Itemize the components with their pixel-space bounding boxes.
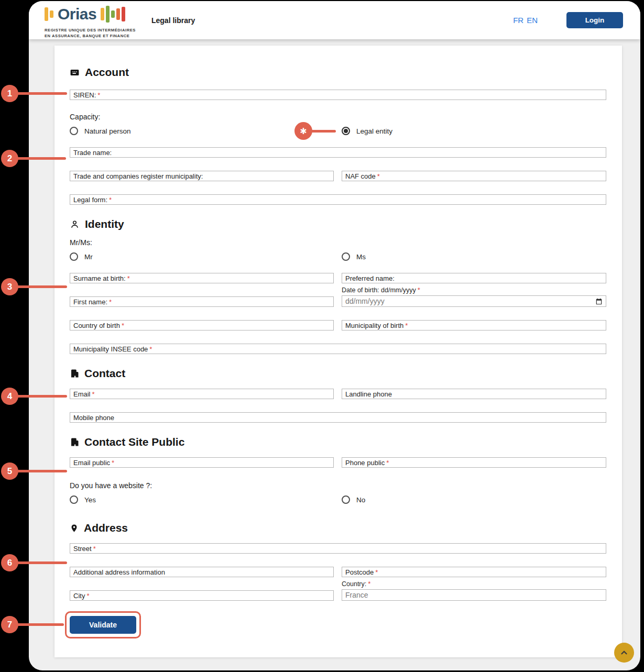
legal-entity-radio[interactable] bbox=[342, 127, 350, 135]
website-yes-label: Yes bbox=[84, 496, 96, 504]
section-contact-site-public: Contact Site Public bbox=[70, 435, 606, 449]
ms-radio[interactable] bbox=[342, 252, 350, 261]
radio-option-legal-entity[interactable]: Legal entity bbox=[342, 127, 606, 135]
register-municipality-input[interactable]: Trade and companies register municipalit… bbox=[70, 171, 334, 181]
required-asterisk: * bbox=[377, 172, 380, 180]
annotation-marker-4: 4 bbox=[1, 388, 18, 405]
mobile-phone-label: Mobile phone bbox=[73, 414, 114, 422]
capacity-label: Capacity: bbox=[70, 113, 606, 121]
validate-button[interactable]: Validate bbox=[70, 616, 136, 634]
required-asterisk: * bbox=[405, 322, 408, 329]
website-no-radio[interactable] bbox=[342, 495, 350, 504]
section-identity: Identity bbox=[70, 217, 606, 231]
postcode-label: Postcode bbox=[345, 568, 374, 576]
dob-placeholder: dd/mm/yyyy bbox=[345, 297, 385, 305]
dob-input[interactable]: dd/mm/yyyy bbox=[342, 295, 606, 307]
chevron-up-icon bbox=[619, 648, 629, 657]
landline-phone-label: Landline phone bbox=[345, 390, 392, 398]
city-label: City bbox=[73, 592, 85, 600]
email-label: Email bbox=[73, 390, 91, 398]
section-identity-title: Identity bbox=[85, 218, 124, 230]
section-contact: Contact bbox=[70, 367, 606, 380]
natural-person-label: Natural person bbox=[84, 127, 131, 135]
additional-address-input[interactable]: Additional address information bbox=[70, 567, 334, 577]
annotation-marker-3: 3 bbox=[1, 278, 18, 295]
country-value: France bbox=[345, 591, 368, 599]
annotation-asterisk-line bbox=[311, 130, 336, 133]
additional-address-label: Additional address information bbox=[73, 568, 165, 576]
trade-name-label: Trade name: bbox=[73, 149, 112, 157]
annotation-line-5 bbox=[15, 470, 67, 472]
street-input[interactable]: Street * bbox=[70, 543, 606, 554]
first-name-input[interactable]: First name: * bbox=[70, 296, 334, 307]
legal-form-input[interactable]: Legal form: * bbox=[70, 194, 606, 205]
lang-en-link[interactable]: EN bbox=[527, 16, 538, 25]
natural-person-radio[interactable] bbox=[70, 127, 78, 135]
building-icon bbox=[70, 437, 79, 447]
phone-public-input[interactable]: Phone public * bbox=[342, 457, 606, 468]
country-of-birth-input[interactable]: Country of birth * bbox=[70, 320, 334, 331]
calendar-icon[interactable] bbox=[595, 298, 603, 305]
landline-phone-input[interactable]: Landline phone bbox=[342, 389, 606, 399]
street-label: Street bbox=[73, 545, 92, 553]
logo-bar-icon bbox=[101, 8, 104, 20]
mr-ms-label: Mr/Ms: bbox=[70, 238, 606, 247]
annotation-line-1 bbox=[15, 92, 67, 95]
legal-form-label: Legal form: bbox=[73, 196, 107, 204]
email-public-input[interactable]: Email public * bbox=[70, 457, 334, 468]
surname-label: Surname at birth: bbox=[73, 274, 126, 282]
page-header: Orias REGISTRE UNIQUE DES INTERMÉDIAIRES… bbox=[29, 1, 640, 39]
screenshot-stage: Orias REGISTRE UNIQUE DES INTERMÉDIAIRES… bbox=[0, 0, 644, 672]
radio-option-yes[interactable]: Yes bbox=[70, 495, 334, 504]
naf-code-input[interactable]: NAF code * bbox=[342, 171, 606, 181]
dob-label: Date of birth: dd/mm/yyyy* bbox=[342, 286, 606, 294]
section-account-title: Account bbox=[85, 66, 129, 79]
logo-bar-icon bbox=[45, 7, 48, 21]
required-asterisk: * bbox=[418, 286, 420, 294]
ms-label: Ms bbox=[356, 253, 366, 261]
lang-fr-link[interactable]: FR bbox=[513, 16, 523, 25]
preferred-name-input[interactable]: Preferred name: bbox=[342, 273, 606, 283]
section-address-title: Address bbox=[84, 522, 128, 534]
country-input[interactable]: France bbox=[342, 589, 606, 601]
logo-tagline-line2: EN ASSURANCE, BANQUE ET FINANCE bbox=[45, 33, 136, 39]
annotation-line-2 bbox=[15, 157, 66, 160]
section-contact-title: Contact bbox=[84, 367, 125, 380]
radio-option-mr[interactable]: Mr bbox=[70, 252, 334, 261]
mr-radio[interactable] bbox=[70, 252, 78, 261]
siren-input[interactable]: SIREN: * bbox=[70, 90, 606, 100]
annotation-marker-6: 6 bbox=[1, 554, 18, 571]
annotation-line-7 bbox=[15, 623, 64, 626]
website-yes-radio[interactable] bbox=[70, 495, 78, 504]
annotation-line-4 bbox=[15, 395, 67, 398]
logo-tagline-line1: REGISTRE UNIQUE DES INTERMÉDIAIRES bbox=[45, 27, 136, 33]
logo-bar-icon bbox=[111, 10, 115, 18]
trade-name-input[interactable]: Trade name: bbox=[70, 147, 606, 158]
login-button[interactable]: Login bbox=[566, 12, 623, 28]
radio-option-no[interactable]: No bbox=[342, 495, 606, 504]
insee-code-label: Municipality INSEE code bbox=[73, 345, 148, 353]
person-icon bbox=[70, 219, 80, 229]
surname-input[interactable]: Surname at birth: * bbox=[70, 273, 334, 283]
city-input[interactable]: City * bbox=[70, 590, 334, 601]
mobile-phone-input[interactable]: Mobile phone bbox=[70, 412, 606, 423]
nav-legal-library[interactable]: Legal library bbox=[151, 16, 195, 25]
radio-option-ms[interactable]: Ms bbox=[342, 252, 606, 261]
municipality-of-birth-input[interactable]: Municipality of birth * bbox=[342, 320, 606, 331]
postcode-input[interactable]: Postcode * bbox=[342, 567, 606, 577]
annotation-marker-2: 2 bbox=[1, 150, 18, 167]
scroll-to-top-button[interactable] bbox=[614, 643, 634, 663]
logo-bar-icon bbox=[50, 10, 53, 18]
orias-logo[interactable]: Orias REGISTRE UNIQUE DES INTERMÉDIAIRES… bbox=[45, 2, 136, 39]
required-asterisk: * bbox=[127, 274, 130, 282]
website-question-label: Do you have a website ?: bbox=[70, 481, 606, 490]
siren-label: SIREN: bbox=[73, 91, 96, 99]
id-card-icon bbox=[70, 68, 80, 78]
insee-code-input[interactable]: Municipality INSEE code * bbox=[70, 344, 606, 354]
logo-bar-icon bbox=[106, 6, 110, 23]
required-asterisk: * bbox=[122, 322, 124, 329]
required-asterisk: * bbox=[112, 459, 114, 467]
naf-code-label: NAF code bbox=[345, 172, 376, 180]
email-input[interactable]: Email * bbox=[70, 389, 334, 399]
annotation-asterisk-marker: ✱ bbox=[294, 122, 312, 140]
